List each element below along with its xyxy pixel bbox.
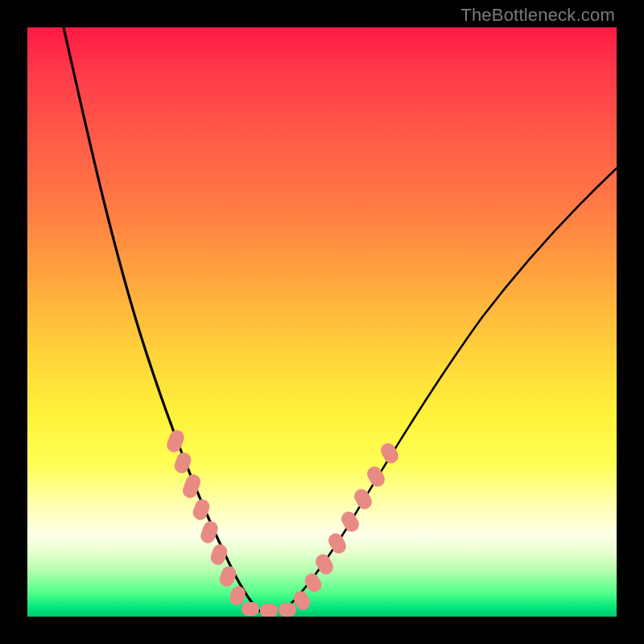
svg-rect-5: [208, 543, 229, 568]
svg-rect-10: [279, 603, 296, 617]
svg-rect-4: [199, 519, 220, 545]
chart-plot-area: [27, 27, 617, 617]
svg-rect-6: [217, 564, 238, 589]
svg-rect-16: [352, 486, 375, 512]
svg-rect-0: [165, 428, 186, 454]
chart-svg: [27, 27, 617, 617]
svg-rect-12: [302, 571, 324, 595]
marker-band: [165, 428, 402, 617]
watermark-text: TheBottleneck.com: [460, 5, 615, 26]
svg-rect-9: [260, 604, 278, 617]
chart-frame: TheBottleneck.com: [0, 0, 644, 644]
svg-rect-15: [339, 509, 362, 535]
curve-left: [64, 27, 259, 611]
svg-rect-8: [242, 602, 259, 616]
svg-rect-14: [326, 530, 349, 556]
